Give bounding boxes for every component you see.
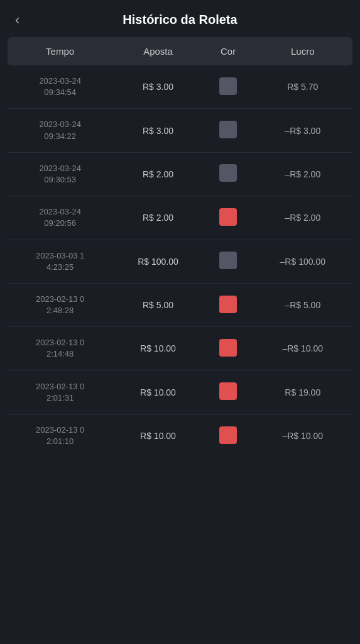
cell-lucro: –R$ 10.00 — [253, 327, 352, 370]
cell-cor — [204, 370, 253, 414]
table-row: 2023-02-13 0 2:01:10R$ 10.00–R$ 10.00 — [8, 414, 352, 458]
cell-cor — [204, 283, 253, 326]
cell-aposta: R$ 10.00 — [112, 370, 203, 414]
gray-color-box — [219, 252, 237, 269]
cell-aposta: R$ 3.00 — [112, 65, 203, 109]
cell-aposta: R$ 5.00 — [112, 283, 203, 326]
cell-cor — [204, 65, 253, 109]
gray-color-box — [219, 121, 237, 138]
red-color-box — [219, 339, 237, 357]
cell-cor — [204, 327, 253, 370]
cell-cor — [204, 414, 253, 458]
cell-cor — [204, 240, 253, 283]
cell-aposta: R$ 10.00 — [112, 327, 203, 370]
cell-lucro: –R$ 2.00 — [253, 152, 352, 196]
table-row: 2023-03-24 09:34:54R$ 3.00R$ 5.70 — [8, 65, 352, 109]
page-title: Histórico da Roleta — [10, 13, 350, 27]
col-tempo: Tempo — [8, 37, 112, 65]
red-color-box — [219, 208, 237, 226]
table-row: 2023-03-24 09:34:22R$ 3.00–R$ 3.00 — [8, 109, 352, 152]
table-body: 2023-03-24 09:34:54R$ 3.00R$ 5.702023-03… — [8, 65, 352, 457]
col-aposta: Aposta — [112, 37, 203, 65]
cell-tempo: 2023-03-03 1 4:23:25 — [8, 240, 112, 283]
cell-lucro: –R$ 5.00 — [253, 283, 352, 326]
cell-tempo: 2023-03-24 09:20:56 — [8, 196, 112, 240]
cell-tempo: 2023-02-13 0 2:14:48 — [8, 327, 112, 370]
table-container: Tempo Aposta Cor Lucro 2023-03-24 09:34:… — [0, 37, 360, 644]
table-row: 2023-03-24 09:20:56R$ 2.00–R$ 2.00 — [8, 196, 352, 240]
cell-cor — [204, 196, 253, 240]
header: ‹ Histórico da Roleta — [0, 0, 360, 37]
gray-color-box — [219, 164, 237, 182]
cell-cor — [204, 109, 253, 152]
cell-lucro: –R$ 3.00 — [253, 109, 352, 152]
cell-lucro: –R$ 10.00 — [253, 414, 352, 458]
cell-tempo: 2023-02-13 0 2:01:10 — [8, 414, 112, 458]
cell-aposta: R$ 2.00 — [112, 196, 203, 240]
table-row: 2023-02-13 0 2:48:28R$ 5.00–R$ 5.00 — [8, 283, 352, 326]
cell-lucro: –R$ 100.00 — [253, 240, 352, 283]
history-table: Tempo Aposta Cor Lucro 2023-03-24 09:34:… — [8, 37, 352, 457]
cell-aposta: R$ 10.00 — [112, 414, 203, 458]
cell-lucro: –R$ 2.00 — [253, 196, 352, 240]
cell-aposta: R$ 2.00 — [112, 152, 203, 196]
red-color-box — [219, 296, 237, 313]
cell-tempo: 2023-03-24 09:30:53 — [8, 152, 112, 196]
cell-lucro: R$ 19.00 — [253, 370, 352, 414]
col-cor: Cor — [204, 37, 253, 65]
cell-tempo: 2023-02-13 0 2:48:28 — [8, 283, 112, 326]
cell-aposta: R$ 100.00 — [112, 240, 203, 283]
cell-tempo: 2023-03-24 09:34:54 — [8, 65, 112, 109]
table-row: 2023-03-03 1 4:23:25R$ 100.00–R$ 100.00 — [8, 240, 352, 283]
table-row: 2023-02-13 0 2:14:48R$ 10.00–R$ 10.00 — [8, 327, 352, 370]
col-lucro: Lucro — [253, 37, 352, 65]
red-color-box — [219, 426, 237, 444]
cell-tempo: 2023-03-24 09:34:22 — [8, 109, 112, 152]
cell-tempo: 2023-02-13 0 2:01:31 — [8, 370, 112, 414]
red-color-box — [219, 382, 237, 400]
gray-color-box — [219, 77, 237, 95]
cell-lucro: R$ 5.70 — [253, 65, 352, 109]
cell-aposta: R$ 3.00 — [112, 109, 203, 152]
back-button[interactable]: ‹ — [10, 9, 25, 31]
table-row: 2023-03-24 09:30:53R$ 2.00–R$ 2.00 — [8, 152, 352, 196]
table-header: Tempo Aposta Cor Lucro — [8, 37, 352, 65]
cell-cor — [204, 152, 253, 196]
table-row: 2023-02-13 0 2:01:31R$ 10.00R$ 19.00 — [8, 370, 352, 414]
